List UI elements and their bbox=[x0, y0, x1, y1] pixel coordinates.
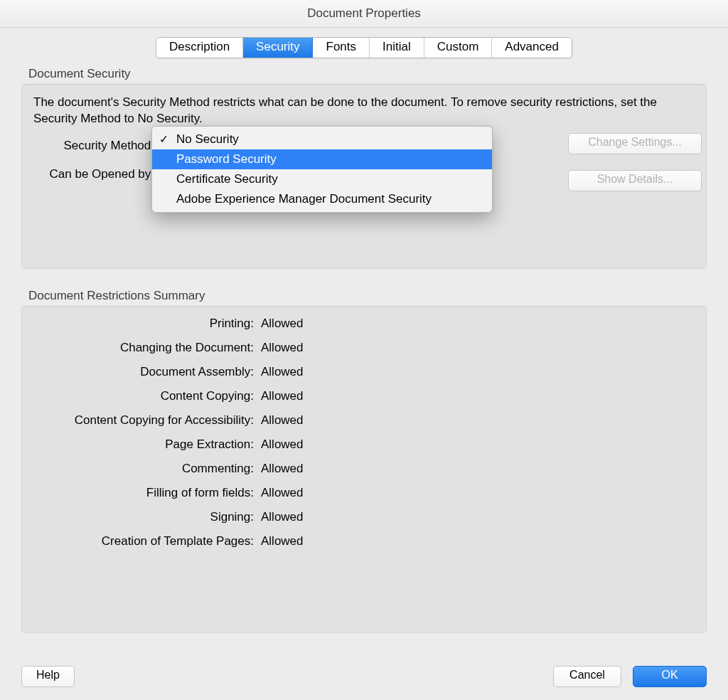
restriction-row: Changing the Document:Allowed bbox=[33, 341, 695, 355]
restriction-label: Commenting: bbox=[33, 462, 261, 476]
window-title: Document Properties bbox=[0, 0, 728, 28]
checkmark-icon: ✓ bbox=[159, 131, 168, 148]
restriction-label: Page Extraction: bbox=[33, 438, 261, 452]
security-method-dropdown[interactable]: ✓ No Security Password Security Certific… bbox=[151, 126, 493, 213]
restriction-row: Signing:Allowed bbox=[33, 510, 695, 524]
change-settings-button[interactable]: Change Settings... bbox=[568, 133, 702, 154]
restriction-value: Allowed bbox=[261, 486, 304, 500]
security-method-label: Security Method: bbox=[33, 139, 160, 153]
security-description: The document's Security Method restricts… bbox=[33, 95, 695, 127]
dropdown-option-password-security[interactable]: Password Security bbox=[152, 149, 492, 169]
content-area: Document Security The document's Securit… bbox=[21, 47, 707, 657]
dropdown-option-aem-document-security[interactable]: Adobe Experience Manager Document Securi… bbox=[152, 189, 492, 209]
restriction-value: Allowed bbox=[261, 389, 304, 403]
restriction-label: Content Copying for Accessibility: bbox=[33, 413, 261, 428]
restriction-label: Filling of form fields: bbox=[33, 486, 261, 500]
show-details-button[interactable]: Show Details... bbox=[568, 170, 702, 191]
restrictions-summary-label: Document Restrictions Summary bbox=[28, 289, 707, 303]
restriction-value: Allowed bbox=[261, 510, 304, 524]
restriction-row: Filling of form fields:Allowed bbox=[33, 486, 695, 500]
restriction-value: Allowed bbox=[261, 317, 304, 331]
restriction-row: Creation of Template Pages:Allowed bbox=[33, 534, 695, 548]
restriction-value: Allowed bbox=[261, 365, 304, 379]
restriction-row: Document Assembly:Allowed bbox=[33, 365, 695, 379]
restriction-label: Document Assembly: bbox=[33, 365, 261, 379]
restriction-label: Changing the Document: bbox=[33, 341, 261, 355]
restriction-row: Content Copying for Accessibility:Allowe… bbox=[33, 413, 695, 428]
document-security-panel: The document's Security Method restricts… bbox=[21, 84, 707, 269]
dropdown-option-label: Adobe Experience Manager Document Securi… bbox=[176, 192, 432, 206]
dropdown-option-certificate-security[interactable]: Certificate Security bbox=[152, 169, 492, 189]
restriction-label: Signing: bbox=[33, 510, 261, 524]
restriction-row: Commenting:Allowed bbox=[33, 462, 695, 476]
dropdown-option-label: No Security bbox=[176, 132, 239, 146]
dropdown-option-label: Certificate Security bbox=[176, 172, 278, 186]
dialog-footer: Help Cancel OK bbox=[21, 666, 707, 687]
document-security-label: Document Security bbox=[28, 67, 707, 81]
restriction-row: Page Extraction:Allowed bbox=[33, 438, 695, 452]
restriction-label: Content Copying: bbox=[33, 389, 261, 403]
dropdown-option-no-security[interactable]: ✓ No Security bbox=[152, 129, 492, 149]
restriction-value: Allowed bbox=[261, 462, 304, 476]
restriction-label: Printing: bbox=[33, 317, 261, 331]
dropdown-option-label: Password Security bbox=[176, 152, 277, 166]
restrictions-panel: Printing:AllowedChanging the Document:Al… bbox=[21, 306, 707, 633]
restriction-row: Content Copying:Allowed bbox=[33, 389, 695, 403]
document-properties-window: Document Properties Description Security… bbox=[0, 0, 728, 700]
restriction-value: Allowed bbox=[261, 413, 304, 428]
restriction-label: Creation of Template Pages: bbox=[33, 534, 261, 548]
cancel-button[interactable]: Cancel bbox=[553, 666, 621, 687]
opened-by-label: Can be Opened by: bbox=[33, 167, 160, 181]
ok-button[interactable]: OK bbox=[633, 666, 707, 687]
restriction-value: Allowed bbox=[261, 438, 304, 452]
restriction-value: Allowed bbox=[261, 534, 304, 548]
help-button[interactable]: Help bbox=[21, 666, 75, 687]
restriction-row: Printing:Allowed bbox=[33, 317, 695, 331]
restriction-value: Allowed bbox=[261, 341, 304, 355]
